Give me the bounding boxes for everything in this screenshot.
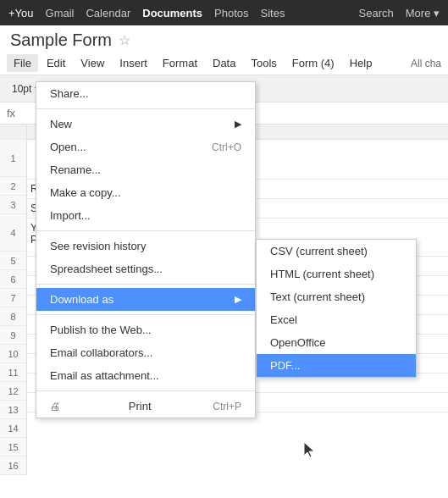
file-menu-print[interactable]: 🖨 Print Ctrl+P	[36, 395, 255, 418]
file-menu-new-label: New	[50, 118, 72, 130]
file-menu-settings[interactable]: Spreadsheet settings...	[36, 257, 255, 280]
row-num-12: 12	[0, 382, 26, 401]
file-menu-revision-label: See revision history	[50, 240, 146, 252]
google-bar-more[interactable]: More ▾	[406, 7, 440, 19]
file-menu-rename[interactable]: Rename...	[36, 158, 255, 181]
google-bar-sites[interactable]: Sites	[261, 7, 285, 19]
file-menu-new[interactable]: New ▶	[36, 113, 255, 136]
separator-3	[36, 284, 255, 285]
download-excel[interactable]: Excel	[257, 308, 416, 331]
print-icon: 🖨	[50, 401, 60, 412]
separator-1	[36, 108, 255, 109]
download-pdf[interactable]: PDF...	[257, 354, 416, 377]
row-num-2: 2	[0, 177, 26, 196]
row-num-7: 7	[0, 289, 26, 307]
menu-right-text: All cha	[411, 58, 441, 69]
doc-title-bar: Sample Form ☆	[0, 25, 448, 52]
row-numbers: 1 2 3 4 5 6 7 8 9 10 11 12 13 14 15 16	[0, 125, 27, 475]
file-menu-email-collab-label: Email collaborators...	[50, 346, 152, 359]
download-text[interactable]: Text (current sheet)	[257, 285, 416, 308]
file-menu-revision[interactable]: See revision history	[36, 235, 255, 257]
menu-format[interactable]: Format	[156, 54, 204, 72]
google-bar-calendar[interactable]: Calendar	[86, 7, 130, 19]
google-bar-right: Search More ▾	[359, 7, 440, 19]
download-csv[interactable]: CSV (current sheet)	[257, 240, 416, 263]
file-menu-download-label: Download as	[50, 293, 113, 306]
row-num-8: 8	[0, 307, 26, 326]
menu-insert[interactable]: Insert	[113, 54, 154, 72]
file-menu-download-arrow: ▶	[235, 294, 241, 305]
separator-5	[36, 390, 255, 391]
row-num-9: 9	[0, 326, 26, 345]
row-header-blank	[0, 125, 26, 140]
row-num-6: 6	[0, 270, 26, 289]
file-menu-publish-label: Publish to the Web...	[50, 324, 152, 336]
file-menu-make-copy[interactable]: Make a copy...	[36, 181, 255, 204]
file-menu-open-shortcut: Ctrl+O	[212, 141, 241, 153]
file-menu-open[interactable]: Open... Ctrl+O	[36, 136, 255, 158]
file-menu-email-attach-label: Email as attachment...	[50, 369, 159, 382]
row-num-10: 10	[0, 345, 26, 363]
google-bar-you[interactable]: +You	[8, 7, 34, 19]
star-icon[interactable]: ☆	[119, 32, 130, 48]
file-menu-settings-label: Spreadsheet settings...	[50, 263, 163, 275]
menu-bar: File Edit View Insert Format Data Tools …	[0, 52, 448, 75]
row-num-13: 13	[0, 401, 26, 419]
file-menu-download[interactable]: Download as ▶	[36, 288, 255, 311]
google-bar-search[interactable]: Search	[359, 7, 394, 19]
row-num-16: 16	[0, 456, 26, 475]
row-num-4: 4	[0, 214, 26, 252]
menu-view[interactable]: View	[74, 54, 111, 72]
download-html[interactable]: HTML (current sheet)	[257, 263, 416, 285]
menu-file[interactable]: File	[7, 54, 38, 72]
file-menu-publish[interactable]: Publish to the Web...	[36, 318, 255, 341]
file-menu-email-attach[interactable]: Email as attachment...	[36, 364, 255, 387]
row-num-1: 1	[0, 140, 26, 177]
row-num-15: 15	[0, 438, 26, 456]
file-menu-new-arrow: ▶	[235, 119, 241, 130]
file-menu-open-label: Open...	[50, 141, 86, 153]
file-menu-print-shortcut: Ctrl+P	[213, 401, 241, 412]
file-menu-rename-label: Rename...	[50, 163, 101, 176]
google-bar: +You Gmail Calendar Documents Photos Sit…	[0, 0, 448, 25]
file-menu-email-collab[interactable]: Email collaborators...	[36, 341, 255, 364]
separator-4	[36, 314, 255, 315]
download-submenu: CSV (current sheet) HTML (current sheet)…	[256, 239, 417, 378]
google-bar-gmail[interactable]: Gmail	[46, 7, 75, 19]
file-menu-import-label: Import...	[50, 209, 91, 222]
google-bar-documents[interactable]: Documents	[142, 7, 202, 19]
doc-title[interactable]: Sample Form	[10, 30, 112, 50]
row-num-11: 11	[0, 363, 26, 382]
file-menu-share-label: Share...	[50, 87, 89, 100]
menu-tools[interactable]: Tools	[244, 54, 283, 72]
menu-edit[interactable]: Edit	[40, 54, 72, 72]
download-openoffice[interactable]: OpenOffice	[257, 331, 416, 354]
file-menu-import[interactable]: Import...	[36, 204, 255, 227]
menu-form[interactable]: Form (4)	[285, 54, 341, 72]
row-num-5: 5	[0, 252, 26, 270]
file-menu-share[interactable]: Share...	[36, 82, 255, 105]
google-bar-photos[interactable]: Photos	[214, 7, 248, 19]
separator-2	[36, 230, 255, 231]
menu-data[interactable]: Data	[206, 54, 242, 72]
file-menu: Share... New ▶ Open... Ctrl+O Rename... …	[36, 81, 256, 418]
file-menu-print-label: Print	[129, 400, 152, 412]
file-menu-make-copy-label: Make a copy...	[50, 186, 121, 199]
menu-help[interactable]: Help	[343, 54, 379, 72]
formula-label: fx	[7, 107, 15, 119]
row-num-3: 3	[0, 196, 26, 214]
row-num-14: 14	[0, 419, 26, 438]
